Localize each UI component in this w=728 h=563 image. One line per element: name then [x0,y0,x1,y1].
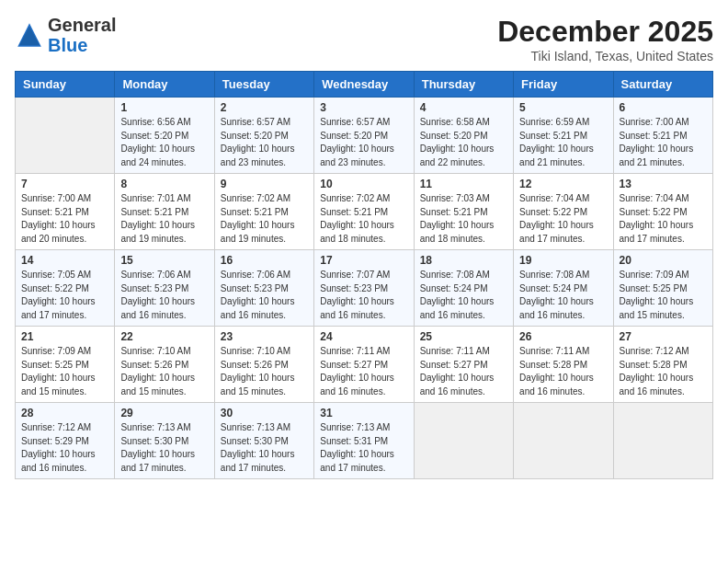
col-header-wednesday: Wednesday [314,72,414,98]
day-info: Sunrise: 7:01 AM Sunset: 5:21 PM Dayligh… [120,192,208,246]
calendar-cell: 9Sunrise: 7:02 AM Sunset: 5:21 PM Daylig… [214,174,313,250]
calendar-cell [514,403,613,479]
day-info: Sunrise: 6:57 AM Sunset: 5:20 PM Dayligh… [320,116,407,169]
calendar-week-2: 7Sunrise: 7:00 AM Sunset: 5:21 PM Daylig… [16,174,713,250]
day-info: Sunrise: 7:02 AM Sunset: 5:21 PM Dayligh… [221,192,308,246]
col-header-monday: Monday [115,72,214,98]
col-header-tuesday: Tuesday [214,72,313,98]
day-number: 11 [420,178,507,190]
calendar-week-1: 1Sunrise: 6:56 AM Sunset: 5:20 PM Daylig… [16,98,713,174]
day-number: 16 [221,254,308,267]
calendar-cell: 11Sunrise: 7:03 AM Sunset: 5:21 PM Dayli… [414,174,513,250]
day-info: Sunrise: 7:04 AM Sunset: 5:22 PM Dayligh… [519,192,607,246]
calendar-cell: 12Sunrise: 7:04 AM Sunset: 5:22 PM Dayli… [514,174,613,250]
day-number: 5 [519,101,607,114]
day-number: 21 [21,330,108,343]
day-info: Sunrise: 7:11 AM Sunset: 5:28 PM Dayligh… [519,345,607,398]
day-info: Sunrise: 6:58 AM Sunset: 5:20 PM Dayligh… [420,116,507,169]
calendar-cell: 7Sunrise: 7:00 AM Sunset: 5:21 PM Daylig… [16,174,115,250]
col-header-friday: Friday [514,72,613,98]
calendar-cell: 25Sunrise: 7:11 AM Sunset: 5:27 PM Dayli… [414,327,513,403]
day-info: Sunrise: 7:05 AM Sunset: 5:22 PM Dayligh… [21,269,108,322]
calendar-cell: 8Sunrise: 7:01 AM Sunset: 5:21 PM Daylig… [115,174,214,250]
calendar-table: SundayMondayTuesdayWednesdayThursdayFrid… [15,71,713,479]
day-number: 1 [120,101,208,114]
day-number: 3 [320,101,407,114]
page-header: General Blue December 2025 Tiki Island, … [15,15,713,63]
day-info: Sunrise: 6:59 AM Sunset: 5:21 PM Dayligh… [519,116,607,169]
day-info: Sunrise: 7:13 AM Sunset: 5:30 PM Dayligh… [221,421,308,475]
day-info: Sunrise: 7:09 AM Sunset: 5:25 PM Dayligh… [21,345,108,398]
calendar-cell [613,403,712,479]
day-number: 20 [620,254,707,267]
calendar-cell: 21Sunrise: 7:09 AM Sunset: 5:25 PM Dayli… [16,327,115,403]
calendar-cell: 31Sunrise: 7:13 AM Sunset: 5:31 PM Dayli… [314,403,414,479]
calendar-cell [414,403,513,479]
calendar-week-4: 21Sunrise: 7:09 AM Sunset: 5:25 PM Dayli… [16,327,713,403]
logo-icon [15,20,44,50]
calendar-cell: 19Sunrise: 7:08 AM Sunset: 5:24 PM Dayli… [514,250,613,327]
calendar-cell: 28Sunrise: 7:12 AM Sunset: 5:29 PM Dayli… [16,403,115,479]
calendar-week-5: 28Sunrise: 7:12 AM Sunset: 5:29 PM Dayli… [16,403,713,479]
calendar-cell: 10Sunrise: 7:02 AM Sunset: 5:21 PM Dayli… [314,174,414,250]
day-info: Sunrise: 7:09 AM Sunset: 5:25 PM Dayligh… [620,269,707,322]
calendar-cell: 26Sunrise: 7:11 AM Sunset: 5:28 PM Dayli… [514,327,613,403]
calendar-cell: 24Sunrise: 7:11 AM Sunset: 5:27 PM Dayli… [314,327,414,403]
day-number: 19 [519,254,607,267]
day-number: 31 [320,407,407,419]
day-info: Sunrise: 7:13 AM Sunset: 5:30 PM Dayligh… [120,421,208,475]
day-number: 4 [420,101,507,114]
day-info: Sunrise: 7:12 AM Sunset: 5:29 PM Dayligh… [21,421,108,475]
calendar-cell: 27Sunrise: 7:12 AM Sunset: 5:28 PM Dayli… [613,327,712,403]
day-number: 28 [21,407,108,419]
calendar-week-3: 14Sunrise: 7:05 AM Sunset: 5:22 PM Dayli… [16,250,713,327]
calendar-cell: 14Sunrise: 7:05 AM Sunset: 5:22 PM Dayli… [16,250,115,327]
day-number: 7 [21,178,108,190]
col-header-thursday: Thursday [414,72,513,98]
day-info: Sunrise: 7:00 AM Sunset: 5:21 PM Dayligh… [620,116,707,169]
day-number: 18 [420,254,507,267]
day-number: 26 [519,330,607,343]
calendar-cell: 2Sunrise: 6:57 AM Sunset: 5:20 PM Daylig… [214,98,313,174]
calendar-cell: 4Sunrise: 6:58 AM Sunset: 5:20 PM Daylig… [414,98,513,174]
logo-text: General Blue [48,15,116,55]
calendar-cell [16,98,115,174]
day-info: Sunrise: 7:07 AM Sunset: 5:23 PM Dayligh… [320,269,407,322]
day-info: Sunrise: 7:02 AM Sunset: 5:21 PM Dayligh… [320,192,407,246]
day-number: 14 [21,254,108,267]
calendar-cell: 20Sunrise: 7:09 AM Sunset: 5:25 PM Dayli… [613,250,712,327]
calendar-cell: 23Sunrise: 7:10 AM Sunset: 5:26 PM Dayli… [214,327,313,403]
day-info: Sunrise: 7:10 AM Sunset: 5:26 PM Dayligh… [120,345,208,398]
day-number: 15 [120,254,208,267]
day-number: 30 [221,407,308,419]
calendar-cell: 13Sunrise: 7:04 AM Sunset: 5:22 PM Dayli… [613,174,712,250]
logo-blue: Blue [48,35,87,55]
calendar-cell: 5Sunrise: 6:59 AM Sunset: 5:21 PM Daylig… [514,98,613,174]
day-number: 9 [221,178,308,190]
day-info: Sunrise: 7:03 AM Sunset: 5:21 PM Dayligh… [420,192,507,246]
col-header-sunday: Sunday [16,72,115,98]
day-number: 12 [519,178,607,190]
day-number: 10 [320,178,407,190]
calendar-cell: 17Sunrise: 7:07 AM Sunset: 5:23 PM Dayli… [314,250,414,327]
calendar-cell: 1Sunrise: 6:56 AM Sunset: 5:20 PM Daylig… [115,98,214,174]
title-block: December 2025 Tiki Island, Texas, United… [497,15,713,63]
day-info: Sunrise: 7:06 AM Sunset: 5:23 PM Dayligh… [120,269,208,322]
day-info: Sunrise: 7:10 AM Sunset: 5:26 PM Dayligh… [221,345,308,398]
day-number: 2 [221,101,308,114]
day-info: Sunrise: 6:57 AM Sunset: 5:20 PM Dayligh… [221,116,308,169]
day-info: Sunrise: 7:04 AM Sunset: 5:22 PM Dayligh… [620,192,707,246]
calendar-cell: 22Sunrise: 7:10 AM Sunset: 5:26 PM Dayli… [115,327,214,403]
day-info: Sunrise: 7:12 AM Sunset: 5:28 PM Dayligh… [620,345,707,398]
day-number: 13 [620,178,707,190]
day-number: 25 [420,330,507,343]
day-info: Sunrise: 7:06 AM Sunset: 5:23 PM Dayligh… [221,269,308,322]
calendar-cell: 6Sunrise: 7:00 AM Sunset: 5:21 PM Daylig… [613,98,712,174]
location-text: Tiki Island, Texas, United States [497,49,713,63]
day-number: 24 [320,330,407,343]
svg-marker-1 [19,26,40,45]
day-number: 6 [620,101,707,114]
calendar-cell: 3Sunrise: 6:57 AM Sunset: 5:20 PM Daylig… [314,98,414,174]
day-info: Sunrise: 7:11 AM Sunset: 5:27 PM Dayligh… [320,345,407,398]
calendar-cell: 16Sunrise: 7:06 AM Sunset: 5:23 PM Dayli… [214,250,313,327]
